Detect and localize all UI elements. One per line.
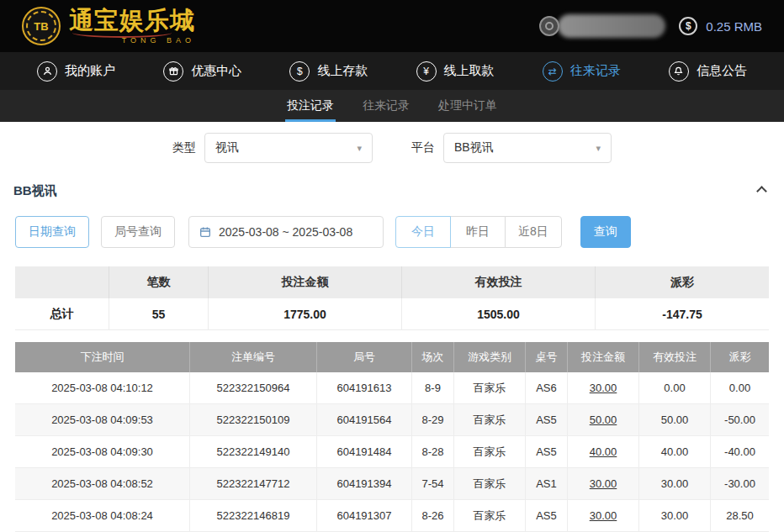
gift-icon [163,61,183,82]
logo-text: 通宝娱乐城 TONG BAO [69,8,195,44]
subtab-label: 投注记录 [287,98,334,113]
game-type-cell: 百家乐 [454,372,526,404]
section-title: BB视讯 [13,183,57,199]
filter-row: 类型 视讯 ▾ 平台 BB视讯 ▾ [0,122,784,163]
summary-header-cell: 笔数 [109,266,209,298]
bet-amount-link[interactable]: 40.00 [568,436,639,468]
nav-label: 我的账户 [65,63,115,79]
nav-item-deposit[interactable]: $ 线上存款 [289,61,368,82]
bet-time-cell: 2025-03-08 04:08:24 [15,500,190,532]
subtab-label: 处理中订单 [438,98,497,113]
section-header: BB视讯 [13,183,771,199]
date-range-input[interactable]: 2025-03-08 ~ 2025-03-08 [188,216,384,248]
site-logo[interactable]: TB 通宝娱乐城 TONG BAO [22,7,195,45]
type-label: 类型 [172,140,196,155]
redacted-username [558,14,665,38]
bet-amount-link[interactable]: 30.00 [568,500,639,532]
order-id-cell: 522322150964 [190,372,317,404]
payout-cell: 28.50 [711,500,769,532]
order-id-cell: 522322147712 [190,468,317,500]
summary-valid-bet: 1505.00 [402,298,596,330]
table-header-cell: 注单编号 [190,342,317,372]
account-balance-area: $ 0.25 RMB [539,14,762,38]
nav-label: 往来记录 [570,63,621,79]
platform-select[interactable]: BB视讯 ▾ [443,133,612,163]
deposit-coin-icon: $ [289,61,310,82]
collapse-chevron-icon[interactable] [756,186,767,197]
tab-pending-orders[interactable]: 处理中订单 [438,90,497,122]
table-header-cell: 场次 [412,342,454,372]
type-select-value: 视讯 [215,140,239,155]
summary-bet-amount: 1775.00 [209,298,402,330]
query-controls: 日期查询 局号查询 2025-03-08 ~ 2025-03-08 今日 昨日 … [15,216,769,248]
type-select[interactable]: 视讯 ▾ [204,133,373,163]
table-row: 2025-03-08 04:08:52 522322147712 6041913… [15,468,769,500]
order-id-cell: 522322150109 [190,404,317,436]
payout-cell: 0.00 [711,372,769,404]
account-coin-icon [539,16,559,36]
nav-item-announcements[interactable]: 信息公告 [669,61,747,82]
summary-payout: -147.75 [596,298,769,330]
table-header-cell: 桌号 [526,342,568,372]
chevron-down-icon: ▾ [596,143,601,154]
table-header-cell: 下注时间 [15,342,190,372]
bet-time-cell: 2025-03-08 04:08:52 [15,468,190,500]
topbar: TB 通宝娱乐城 TONG BAO $ 0.25 RMB [0,0,784,52]
table-header-cell: 派彩 [711,342,769,372]
summary-header-cell: 投注金额 [209,266,402,298]
table-row: 2025-03-08 04:08:24 522322146819 6041913… [15,500,769,532]
chip-tb-label: TB [34,20,48,33]
platform-select-value: BB视讯 [454,140,494,155]
valid-bet-cell: 0.00 [639,372,711,404]
bet-amount-link[interactable]: 30.00 [568,468,639,500]
round-id-cell: 604191394 [317,468,412,500]
nav-item-my-account[interactable]: 我的账户 [37,61,115,82]
table-header-cell: 局号 [317,342,412,372]
game-type-cell: 百家乐 [454,404,526,436]
summary-header-cell [15,266,109,298]
summary-header-cell: 派彩 [596,266,769,298]
bell-icon [669,61,689,82]
date-range-value: 2025-03-08 ~ 2025-03-08 [219,225,352,239]
table-header-cell: 投注金额 [568,342,639,372]
table-row: 2025-03-08 04:09:53 522322150109 6041915… [15,404,769,436]
summary-total-row: 总计 55 1775.00 1505.00 -147.75 [15,298,769,330]
table-header-cell: 有效投注 [639,342,711,372]
search-button[interactable]: 查询 [580,216,631,248]
bet-amount-link[interactable]: 50.00 [568,404,639,436]
table-row: 2025-03-08 04:09:30 522322149140 6041914… [15,436,769,468]
valid-bet-cell: 30.00 [639,500,711,532]
payout-cell: -30.00 [711,468,769,500]
table-header-cell: 游戏类别 [454,342,526,372]
game-type-cell: 百家乐 [454,500,526,532]
dollar-icon: $ [679,17,697,35]
game-type-cell: 百家乐 [454,436,526,468]
session-cell: 8-9 [412,372,454,404]
withdraw-coin-icon: ¥ [416,61,437,82]
bet-amount-link[interactable]: 30.00 [568,372,639,404]
table-no-cell: AS5 [526,404,568,436]
today-button[interactable]: 今日 [395,216,451,248]
bet-time-cell: 2025-03-08 04:10:12 [15,372,190,404]
casino-chip-icon: TB [22,7,61,45]
quick-range-group: 今日 昨日 近8日 [395,216,562,248]
summary-count: 55 [109,298,209,330]
nav-item-withdraw[interactable]: ¥ 线上取款 [416,61,495,82]
yesterday-button[interactable]: 昨日 [450,216,506,248]
date-query-button[interactable]: 日期查询 [15,216,89,248]
round-id-cell: 604191484 [317,436,412,468]
nav-item-transaction-records[interactable]: ⇄ 往来记录 [543,61,621,82]
table-no-cell: AS1 [526,468,568,500]
platform-label: 平台 [411,140,435,155]
round-query-button[interactable]: 局号查询 [101,216,175,248]
summary-total-label: 总计 [15,298,109,330]
nav-item-promotions[interactable]: 优惠中心 [163,61,241,82]
balance-amount: 0.25 RMB [706,19,762,34]
nav-label: 信息公告 [697,63,747,79]
tab-transaction-records[interactable]: 往来记录 [363,90,410,122]
last-8-days-button[interactable]: 近8日 [505,216,562,248]
order-id-cell: 522322146819 [190,500,317,532]
tab-bet-records[interactable]: 投注记录 [287,90,334,122]
table-no-cell: AS6 [526,372,568,404]
payout-cell: -50.00 [711,404,769,436]
